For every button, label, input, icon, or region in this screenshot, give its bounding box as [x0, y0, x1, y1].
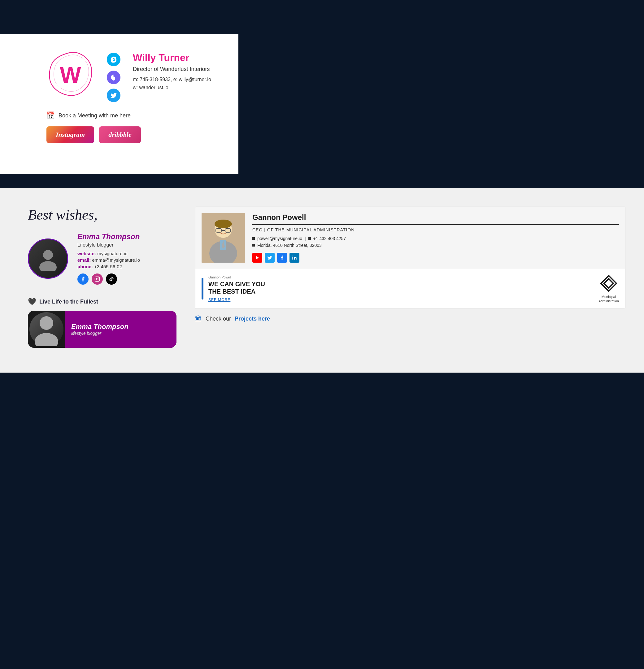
skype-icon[interactable] — [107, 53, 120, 66]
viber-icon[interactable] — [107, 71, 120, 84]
projects-icon: 🏛 — [195, 315, 202, 323]
willy-info: Willy Turner Director of Wanderlust Inte… — [133, 49, 211, 91]
phone-val: +3 455-56-02 — [94, 264, 122, 269]
gannon-title: CEO | OF THE MUNICIPAL ADMINISTRATION — [252, 227, 619, 232]
heart-icon: 🖤 — [28, 298, 36, 306]
emma-name: Emma Thompson — [77, 232, 140, 241]
willy-website: w: wanderlust.io — [133, 84, 211, 92]
projects-text: Check our — [205, 316, 231, 322]
svg-marker-17 — [256, 256, 259, 259]
willy-white-area: W — [0, 34, 239, 174]
svg-point-7 — [35, 333, 58, 346]
facebook-icon[interactable] — [77, 273, 88, 285]
gannon-banner-bar — [202, 278, 203, 299]
gannon-email: powell@mysignature.io — [257, 236, 302, 241]
bullet-icon-3 — [252, 244, 255, 246]
gannon-name: Gannon Powell — [252, 213, 619, 225]
svg-point-1 — [43, 250, 53, 260]
instagram-icon[interactable] — [92, 273, 103, 285]
gannon-column: Gannon Powell CEO | OF THE MUNICIPAL ADM… — [195, 207, 626, 348]
emma-column: Best wishes, Emma Thompson Lifestyle blo… — [28, 207, 176, 348]
emma-banner-left — [28, 311, 65, 348]
twitter-icon[interactable] — [107, 89, 120, 102]
emma-avatar — [28, 239, 68, 279]
gannon-banner-text: Gannon Powell WE CAN GIVE YOUTHE BEST ID… — [209, 275, 593, 302]
dribbble-button[interactable]: dribbble — [99, 126, 141, 143]
email-val: emma@mysignature.io — [92, 257, 140, 262]
gannon-phone: +1 432 403 4257 — [313, 236, 346, 241]
willy-social-column — [107, 49, 120, 102]
website-val: mysignature.io — [97, 251, 128, 256]
youtube-icon[interactable] — [252, 253, 262, 262]
emma-website-row: website: mysignature.io — [77, 251, 140, 256]
website-label: website: — [77, 251, 96, 256]
gannon-logo-area: MunicipalAdministation — [599, 274, 619, 303]
emma-banner-sub: lifestyle blogger — [71, 331, 170, 336]
svg-point-6 — [40, 316, 53, 330]
gannon-social-icons — [252, 253, 619, 262]
willy-social-buttons: Instagram dribbble — [46, 126, 220, 143]
bottom-section: Best wishes, Emma Thompson Lifestyle blo… — [0, 188, 644, 373]
linkedin-icon[interactable] — [289, 253, 299, 262]
svg-rect-18 — [292, 257, 293, 259]
gannon-logo-text: MunicipalAdministation — [599, 295, 619, 303]
emma-phone-row: phone: +3 455-56-02 — [77, 264, 140, 269]
willy-title: Director of Wanderlust Interiors — [133, 66, 211, 72]
top-dark-bar — [0, 0, 644, 34]
see-more-link[interactable]: SEE MORE — [209, 298, 593, 302]
emma-profile: Emma Thompson Lifestyle blogger website:… — [28, 232, 176, 285]
phone-label: phone: — [77, 264, 93, 269]
gannon-info: Gannon Powell CEO | OF THE MUNICIPAL ADM… — [252, 213, 619, 262]
tagline-text: Live Life to the Fullest — [39, 299, 98, 305]
best-wishes-text: Best wishes, — [28, 207, 176, 223]
middle-dark-bar — [0, 174, 644, 188]
book-meeting-text: Book a Meeting with me here — [58, 112, 131, 119]
emma-info: Emma Thompson Lifestyle blogger website:… — [77, 232, 140, 285]
projects-link[interactable]: Projects here — [235, 316, 270, 322]
willy-name: Willy Turner — [133, 52, 211, 63]
book-meeting-row[interactable]: 📅 Book a Meeting with me here — [46, 112, 220, 119]
svg-point-19 — [292, 256, 293, 256]
emma-banner-name: Emma Thompson — [71, 323, 170, 331]
gannon-banner-headline: WE CAN GIVE YOUTHE BEST IDEA — [209, 280, 593, 295]
bullet-icon — [252, 237, 255, 240]
bottom-dark-bar — [0, 373, 644, 416]
gannon-top: Gannon Powell CEO | OF THE MUNICIPAL ADM… — [195, 207, 625, 269]
svg-point-10 — [215, 219, 232, 228]
facebook-icon-gannon[interactable] — [277, 253, 287, 262]
emma-email-row: email: emma@mysignature.io — [77, 257, 140, 262]
gannon-banner-section: Gannon Powell WE CAN GIVE YOUTHE BEST ID… — [195, 269, 625, 309]
willy-dark-right — [239, 34, 644, 174]
tiktok-icon[interactable] — [106, 273, 117, 285]
gannon-address: Florida, 4610 North Street, 32003 — [257, 243, 322, 248]
gannon-photo — [202, 213, 245, 262]
gannon-banner-small: Gannon Powell — [209, 275, 593, 279]
gannon-email-row: powell@mysignature.io | +1 432 403 4257 — [252, 236, 619, 241]
instagram-button[interactable]: Instagram — [46, 126, 94, 143]
bullet-icon-2 — [309, 237, 311, 240]
gannon-person-placeholder — [202, 213, 245, 262]
emma-banner: Emma Thompson lifestyle blogger — [28, 311, 176, 348]
email-label: email: — [77, 257, 91, 262]
svg-rect-3 — [95, 277, 100, 282]
svg-point-4 — [96, 278, 98, 280]
willy-mobile: m: 745-318-5933, e: willy@turner.io — [133, 75, 211, 84]
projects-row: 🏛 Check our Projects here — [195, 315, 626, 323]
willy-avatar: W — [46, 49, 95, 98]
willy-row: W — [0, 34, 644, 174]
diamond-logo — [599, 274, 618, 293]
emma-social-icons — [77, 273, 140, 285]
emma-tagline: 🖤 Live Life to the Fullest — [28, 298, 176, 306]
gannon-address-row: Florida, 4610 North Street, 32003 — [252, 243, 619, 248]
willy-card: W — [28, 34, 239, 162]
svg-point-2 — [39, 261, 57, 271]
emma-role: Lifestyle blogger — [77, 242, 140, 248]
svg-text:W: W — [60, 62, 81, 87]
gannon-card: Gannon Powell CEO | OF THE MUNICIPAL ADM… — [195, 207, 626, 309]
svg-point-5 — [98, 277, 99, 278]
twitter-icon-gannon[interactable] — [265, 253, 275, 262]
calendar-icon: 📅 — [46, 112, 55, 119]
emma-banner-content: Emma Thompson lifestyle blogger — [65, 311, 176, 348]
emma-banner-avatar — [29, 312, 63, 346]
